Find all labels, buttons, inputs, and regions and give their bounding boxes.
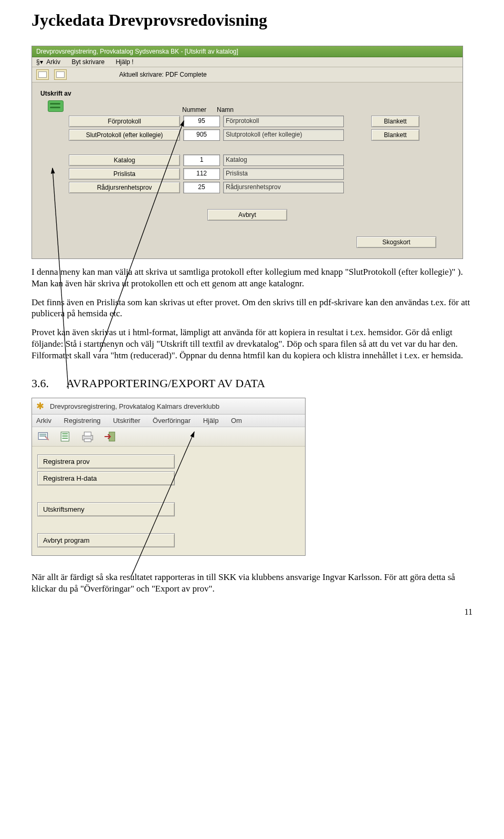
name-radjur: Rådjursrenhetsprov (223, 182, 344, 193)
btn-radjur[interactable]: Rådjursrenhetsprov (69, 182, 180, 193)
sys-menu-icon[interactable]: §▾ (36, 58, 43, 66)
svg-rect-6 (62, 433, 68, 434)
num-katalog[interactable]: 1 (183, 154, 220, 166)
num-slutprotokoll[interactable]: 905 (183, 129, 220, 141)
paragraph-1: I denna meny kan man välja att skriva ut… (32, 266, 472, 289)
name-prislista: Prislista (223, 168, 344, 180)
btn-slutprotokoll[interactable]: SlutProtokoll (efter kollegie) (69, 129, 180, 141)
btn-avbryt-program[interactable]: Avbryt program (37, 533, 175, 547)
blankett-forprotokoll[interactable]: Blankett (371, 116, 419, 127)
name-forprotokoll: Förprotokoll (223, 116, 344, 127)
doc-title: Jyckedata Drevprovsredovisning (32, 11, 472, 30)
num-forprotokoll[interactable]: 95 (183, 116, 220, 127)
num-prislista[interactable]: 112 (183, 168, 220, 180)
menu2-om[interactable]: Om (231, 417, 242, 424)
svg-rect-4 (39, 436, 46, 437)
menu-arkiv[interactable]: Arkiv (46, 58, 60, 66)
svg-rect-8 (62, 438, 68, 439)
svg-rect-10 (84, 432, 91, 437)
svg-rect-3 (39, 434, 46, 435)
menu2-registrering[interactable]: Registrering (64, 417, 101, 424)
list-icon (48, 100, 64, 112)
utskrift-av-label: Utskrift av (40, 90, 447, 97)
paragraph-2: Det finns även en Prislista som kan skri… (32, 297, 472, 320)
paragraph-4: När allt är färdigt så ska resultatet ra… (32, 572, 472, 595)
btn-utskriftsmeny[interactable]: Utskriftsmeny (37, 502, 175, 516)
paragraph-3: Provet kan även skrivas ut i html-format… (32, 327, 472, 361)
app1-titlebar: Drevprovsregistrering, Provkatalog Sydsv… (32, 46, 463, 57)
section-heading-36: 3.6.AVRAPPORTERING/EXPORT AV DATA (32, 377, 472, 390)
btn-forprotokoll[interactable]: Förprotokoll (69, 116, 180, 127)
header-nummer: Nummer (182, 106, 214, 113)
num-radjur[interactable]: 25 (183, 182, 220, 193)
menu2-utskrifter[interactable]: Utskrifter (113, 417, 140, 424)
header-namn: Namn (217, 106, 332, 113)
btn-registrera-hdata[interactable]: Registrera H-data (37, 471, 175, 485)
btn-avbryt[interactable]: Avbryt (207, 209, 287, 221)
svg-rect-7 (62, 436, 68, 437)
app1-toolbar: Aktuell skrivare: PDF Complete (32, 67, 463, 82)
btn-prislista[interactable]: Prislista (69, 168, 180, 180)
app2-window: Drevprovsregistrering, Provkatalog Kalma… (32, 398, 306, 556)
menu-hjalp[interactable]: Hjälp ! (116, 58, 133, 66)
btn-katalog[interactable]: Katalog (69, 154, 180, 166)
toolbar2-icon-4[interactable] (102, 430, 118, 443)
svg-rect-11 (84, 439, 91, 442)
name-katalog: Katalog (223, 154, 344, 166)
toolbar2-icon-2[interactable] (58, 430, 74, 443)
menu2-hjalp[interactable]: Hjälp (203, 417, 219, 424)
app2-menubar: Arkiv Registrering Utskrifter Överföring… (32, 415, 305, 427)
toolbar2-icon-3[interactable] (80, 430, 96, 443)
app1-window: Drevprovsregistrering, Provkatalog Sydsv… (32, 46, 463, 259)
blankett-slutprotokoll[interactable]: Blankett (371, 129, 419, 141)
toolbar-icon-2[interactable] (54, 69, 67, 80)
menu-byt-skrivare[interactable]: Byt skrivare (71, 58, 104, 66)
menu2-overforingar[interactable]: Överföringar (153, 417, 191, 424)
toolbar-icon-1[interactable] (36, 69, 49, 80)
app2-titlebar: Drevprovsregistrering, Provkatalog Kalma… (32, 398, 305, 415)
gear-icon (36, 401, 46, 411)
page-number: 11 (465, 607, 472, 617)
btn-skogskort[interactable]: Skogskort (356, 236, 436, 248)
app2-toolbar (32, 427, 305, 447)
toolbar2-icon-1[interactable] (36, 430, 52, 443)
app1-menubar: §▾ Arkiv Byt skrivare Hjälp ! (32, 57, 463, 67)
btn-registrera-prov[interactable]: Registrera prov (37, 454, 175, 469)
menu2-arkiv[interactable]: Arkiv (36, 417, 51, 424)
name-slutprotokoll: Slutprotokoll (efter kollegie) (223, 129, 344, 141)
current-printer-label: Aktuell skrivare: PDF Complete (119, 71, 207, 78)
